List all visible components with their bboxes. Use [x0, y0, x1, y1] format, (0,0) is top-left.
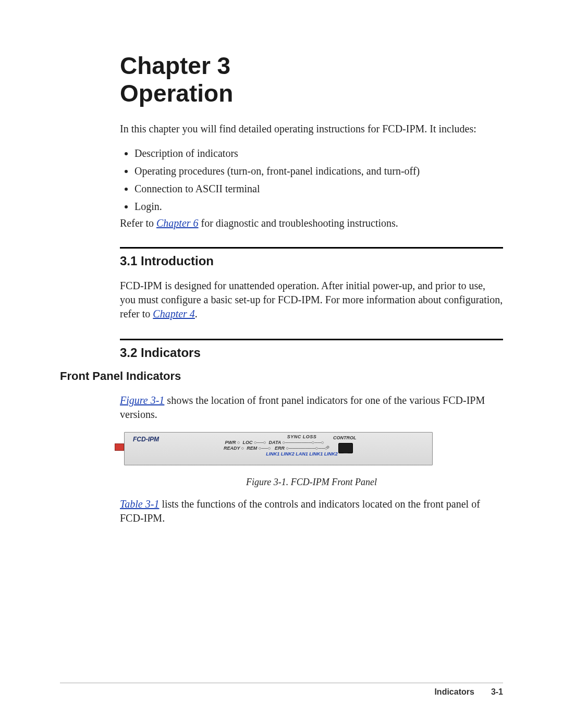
table-ref-post: lists the functions of the controls and …	[120, 498, 480, 524]
front-panel-figure: FCD-IPM SYNC LOSS PWR ○ LOC ○──○ DATA ○─…	[120, 432, 433, 465]
refer-pre: Refer to	[120, 217, 156, 229]
section-3-2-heading: 3.2 Indicators	[120, 346, 503, 360]
led-row-1: PWR ○ LOC ○──○ DATA ○────────○──○	[224, 440, 380, 445]
footer-section-label: Indicators	[434, 687, 474, 697]
section-3-1-body: FCD-IPM is designed for unattended opera…	[120, 279, 503, 321]
intro-body-post: .	[195, 308, 198, 319]
table-3-1-link[interactable]: Table 3-1	[120, 498, 159, 510]
figure-caption: Figure 3-1. FCD-IPM Front Panel	[120, 477, 503, 488]
refer-paragraph: Refer to Chapter 6 for diagnostic and tr…	[120, 217, 503, 229]
refer-post: for diagnostic and troubleshooting instr…	[201, 217, 398, 229]
panel-led-block: SYNC LOSS PWR ○ LOC ○──○ DATA ○────────○…	[224, 435, 380, 464]
led-row-2: READY ○ REM ○──○ ERR ○────────○──○	[224, 446, 380, 451]
footer-page-number: 3-1	[491, 687, 503, 697]
bullet-item: Login.	[134, 200, 503, 213]
red-tab-icon	[115, 443, 124, 451]
chapter4-link[interactable]: Chapter 4	[153, 308, 195, 319]
bullet-item: Operating procedures (turn-on, front-pan…	[134, 164, 503, 178]
section-divider	[120, 339, 503, 340]
bullet-item: Description of indicators	[134, 146, 503, 160]
bullet-item: Connection to ASCII terminal	[134, 182, 503, 195]
chapter-bullet-list: Description of indicators Operating proc…	[123, 146, 503, 213]
figure-ref-post: shows the location of front panel indica…	[120, 394, 485, 420]
chapter-intro-text: In this chapter you will find detailed o…	[120, 122, 503, 136]
chapter-title: Operation	[120, 80, 503, 107]
section-divider	[120, 247, 503, 249]
rj-port-icon	[338, 443, 353, 453]
chapter-number: Chapter 3	[120, 52, 503, 80]
page-footer: Indicators 3-1	[60, 683, 503, 697]
table-ref-paragraph: Table 3-1 lists the functions of the con…	[120, 497, 503, 525]
document-page: Chapter 3 Operation In this chapter you …	[0, 0, 563, 728]
front-panel-body: FCD-IPM SYNC LOSS PWR ○ LOC ○──○ DATA ○─…	[124, 432, 433, 465]
figure-ref-paragraph: Figure 3-1 shows the location of front p…	[120, 393, 503, 422]
control-label: CONTROL	[333, 435, 357, 440]
section-3-1-heading: 3.1 Introduction	[120, 254, 503, 268]
link-labels: LINK1 LINK2 LAN1 LINK1 LINK2	[224, 452, 380, 456]
device-label: FCD-IPM	[133, 436, 159, 443]
figure-3-1-link[interactable]: Figure 3-1	[120, 394, 164, 406]
chapter6-link[interactable]: Chapter 6	[156, 217, 199, 229]
front-panel-subheading: Front Panel Indicators	[60, 369, 503, 383]
sync-loss-label: SYNC LOSS	[224, 435, 380, 439]
